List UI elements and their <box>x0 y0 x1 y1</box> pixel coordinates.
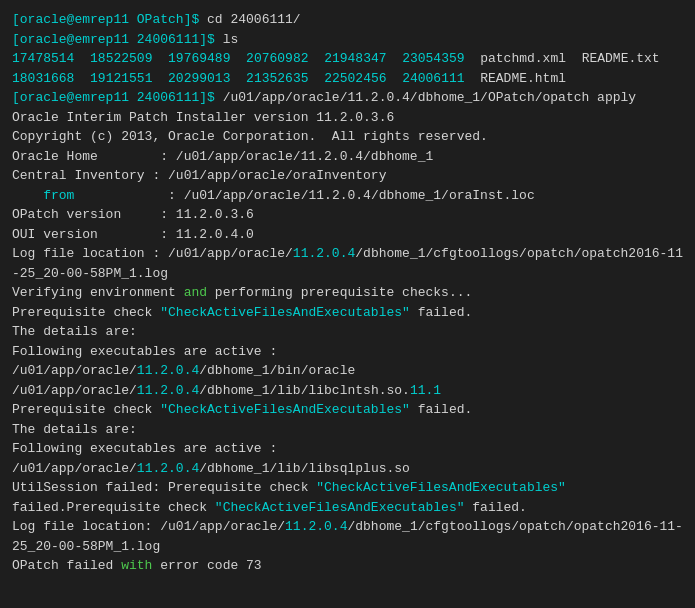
terminal: [oracle@emrep11 OPatch]$ cd 24006111/[or… <box>12 10 683 576</box>
terminal-line: OPatch failed with error code 73 <box>12 556 683 576</box>
terminal-line: Prerequisite check "CheckActiveFilesAndE… <box>12 400 683 420</box>
terminal-line: Oracle Home : /u01/app/oracle/11.2.0.4/d… <box>12 147 683 167</box>
terminal-line: 18031668 19121551 20299013 21352635 2250… <box>12 69 683 89</box>
terminal-line: UtilSession failed: Prerequisite check "… <box>12 478 683 498</box>
terminal-line: OUI version : 11.2.0.4.0 <box>12 225 683 245</box>
terminal-line: Central Inventory : /u01/app/oracle/oraI… <box>12 166 683 186</box>
terminal-line: Prerequisite check "CheckActiveFilesAndE… <box>12 303 683 323</box>
terminal-line: /u01/app/oracle/11.2.0.4/dbhome_1/lib/li… <box>12 459 683 479</box>
terminal-line: Oracle Interim Patch Installer version 1… <box>12 108 683 128</box>
terminal-line: The details are: <box>12 322 683 342</box>
terminal-line: from : /u01/app/oracle/11.2.0.4/dbhome_1… <box>12 186 683 206</box>
terminal-line: Log file location: /u01/app/oracle/11.2.… <box>12 517 683 556</box>
terminal-line: [oracle@emrep11 24006111]$ ls <box>12 30 683 50</box>
terminal-line: Following executables are active : <box>12 342 683 362</box>
terminal-line: /u01/app/oracle/11.2.0.4/dbhome_1/lib/li… <box>12 381 683 401</box>
terminal-line: Copyright (c) 2013, Oracle Corporation. … <box>12 127 683 147</box>
terminal-line: /u01/app/oracle/11.2.0.4/dbhome_1/bin/or… <box>12 361 683 381</box>
terminal-line: [oracle@emrep11 24006111]$ /u01/app/orac… <box>12 88 683 108</box>
terminal-line: 17478514 18522509 19769489 20760982 2194… <box>12 49 683 69</box>
terminal-line: OPatch version : 11.2.0.3.6 <box>12 205 683 225</box>
terminal-line: Verifying environment and performing pre… <box>12 283 683 303</box>
terminal-line: Following executables are active : <box>12 439 683 459</box>
terminal-line: [oracle@emrep11 OPatch]$ cd 24006111/ <box>12 10 683 30</box>
terminal-line: failed.Prerequisite check "CheckActiveFi… <box>12 498 683 518</box>
terminal-line: Log file location : /u01/app/oracle/11.2… <box>12 244 683 283</box>
terminal-line: The details are: <box>12 420 683 440</box>
